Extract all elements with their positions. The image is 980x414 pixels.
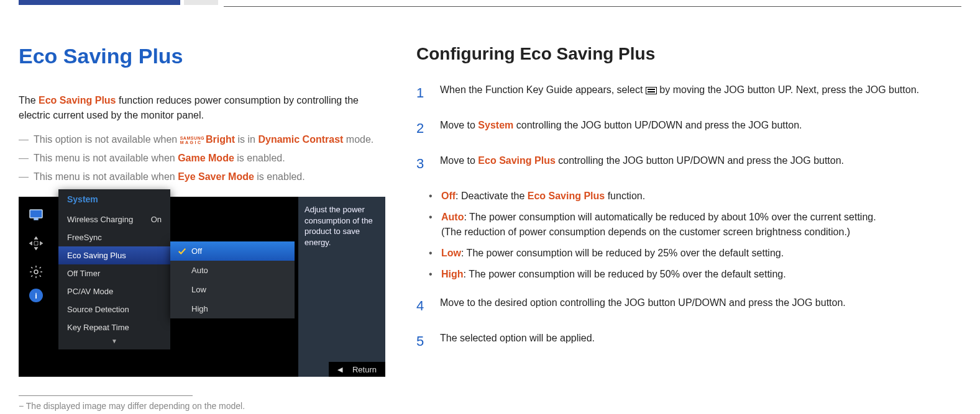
option-auto: Auto: The power consumption will automat… xyxy=(441,210,961,240)
arrow-left-icon[interactable]: ◀ xyxy=(337,366,342,374)
header-divider xyxy=(224,6,961,7)
submenu-item-low[interactable]: Low xyxy=(170,280,295,299)
menu-item-label: Off Timer xyxy=(67,269,100,278)
footnote-separator xyxy=(19,395,193,396)
option-low: Low: The power consumption will be reduc… xyxy=(441,246,961,261)
step-5: 5 The selected option will be applied. xyxy=(416,331,961,351)
note3-post: is enabled. xyxy=(254,171,305,182)
intro-paragraph: The Eco Saving Plus function reduces pow… xyxy=(19,93,385,123)
note1-bright: Bright xyxy=(206,134,235,145)
option-off: Off: Deactivate the Eco Saving Plus func… xyxy=(441,189,961,204)
osd-menu-header: System xyxy=(58,189,170,210)
step-2: 2 Move to System controlling the JOG but… xyxy=(416,118,961,138)
osd-submenu: Off Auto Low High xyxy=(170,241,295,318)
option-name: Off xyxy=(441,191,456,201)
option-emph2: Eco Saving Plus xyxy=(528,191,605,201)
monitor-icon[interactable] xyxy=(24,203,48,227)
check-icon xyxy=(178,247,186,256)
intro-emph: Eco Saving Plus xyxy=(39,95,116,106)
page-title: Eco Saving Plus xyxy=(19,44,385,68)
top-bar-segment-blue xyxy=(19,0,180,5)
step-number: 2 xyxy=(416,118,426,138)
samsung-magic-logo: SAMSUNGMAGIC xyxy=(180,136,204,145)
step-text-post: by moving the JOG button UP. Next, press… xyxy=(657,84,919,95)
menu-item-label: Source Detection xyxy=(67,305,129,314)
osd-footer: ◀ Return xyxy=(329,362,385,377)
note1-post: mode. xyxy=(343,134,373,145)
menu-item-eco-saving-plus[interactable]: Eco Saving Plus xyxy=(58,246,170,264)
note2-post: is enabled. xyxy=(234,153,285,163)
menu-item-freesync[interactable]: FreeSync xyxy=(58,228,170,246)
option-name: Auto xyxy=(441,212,464,222)
submenu-label: Low xyxy=(191,285,206,294)
svg-point-3 xyxy=(34,270,38,274)
note1-mode: Dynamic Contrast xyxy=(258,134,343,145)
osd-return-label[interactable]: Return xyxy=(352,365,377,374)
step-text-pre: Move to xyxy=(440,155,478,166)
option-desc: : The power consumption will automatical… xyxy=(464,212,876,222)
menu-item-key-repeat-time[interactable]: Key Repeat Time xyxy=(58,318,170,336)
menu-item-pc-av-mode[interactable]: PC/AV Mode xyxy=(58,282,170,300)
menu-item-label: Wireless Charging xyxy=(67,215,133,224)
menu-item-label: Eco Saving Plus xyxy=(67,251,126,260)
step-number: 4 xyxy=(416,295,426,316)
submenu-item-auto[interactable]: Auto xyxy=(170,261,295,280)
osd-menu: System Wireless Charging On FreeSync Eco… xyxy=(58,189,170,349)
menu-item-off-timer[interactable]: Off Timer xyxy=(58,264,170,282)
note-2: This menu is not available when Game Mod… xyxy=(19,151,385,166)
step-text-post: controlling the JOG button UP/DOWN and p… xyxy=(556,155,844,166)
step-text-emph: Eco Saving Plus xyxy=(478,155,555,166)
note2-pre: This menu is not available when xyxy=(34,153,178,163)
submenu-label: Off xyxy=(191,246,202,256)
page-top-bar xyxy=(19,0,961,5)
submenu-label: High xyxy=(191,304,208,313)
footnote-text: The displayed image may differ depending… xyxy=(19,401,385,411)
submenu-label: Auto xyxy=(191,266,208,275)
check-placeholder xyxy=(178,266,186,275)
option-subdesc: (The reduction of power consumption depe… xyxy=(441,225,961,240)
move-icon[interactable] xyxy=(24,232,48,255)
note3-emph: Eye Saver Mode xyxy=(178,171,254,182)
section-title: Configuring Eco Saving Plus xyxy=(416,44,961,64)
step-number: 5 xyxy=(416,331,426,351)
option-desc: : The power consumption will be reduced … xyxy=(464,269,786,279)
gear-icon[interactable] xyxy=(24,260,48,284)
check-placeholder xyxy=(178,305,186,313)
option-desc2: function. xyxy=(605,191,645,201)
step-text-emph: System xyxy=(478,120,513,130)
menu-item-source-detection[interactable]: Source Detection xyxy=(58,300,170,318)
step-text-pre: Move to xyxy=(440,120,478,130)
intro-pre: The xyxy=(19,95,39,106)
svg-rect-2 xyxy=(34,241,38,245)
step-text: Move to the desired option controlling t… xyxy=(440,295,961,316)
menu-item-wireless-charging[interactable]: Wireless Charging On xyxy=(58,210,170,228)
menu-item-label: FreeSync xyxy=(67,233,102,242)
step-number: 3 xyxy=(416,153,426,174)
step-text: The selected option will be applied. xyxy=(440,331,961,351)
menu-icon xyxy=(646,87,657,94)
step-3: 3 Move to Eco Saving Plus controlling th… xyxy=(416,153,961,174)
menu-item-value: On xyxy=(151,215,162,224)
check-placeholder xyxy=(178,286,186,294)
info-icon[interactable]: i xyxy=(29,289,43,302)
chevron-down-icon[interactable]: ▼ xyxy=(58,336,170,346)
option-name: Low xyxy=(441,248,461,258)
menu-item-label: PC/AV Mode xyxy=(67,287,113,296)
submenu-item-high[interactable]: High xyxy=(170,299,295,318)
step-4: 4 Move to the desired option controlling… xyxy=(416,295,961,316)
submenu-item-off[interactable]: Off xyxy=(170,241,295,261)
note1-pre: This option is not available when xyxy=(34,134,180,145)
svg-rect-0 xyxy=(30,210,42,218)
option-name: High xyxy=(441,269,464,279)
note2-emph: Game Mode xyxy=(178,153,234,163)
note-1: This option is not available when SAMSUN… xyxy=(19,132,385,147)
step-number: 1 xyxy=(416,83,426,103)
osd-panel: i System Wireless Charging On FreeSync E… xyxy=(19,197,385,377)
step-text-post: controlling the JOG button UP/DOWN and p… xyxy=(513,120,802,130)
option-high: High: The power consumption will be redu… xyxy=(441,267,961,282)
osd-sidebar: i xyxy=(19,197,53,377)
menu-item-label: Key Repeat Time xyxy=(67,323,129,332)
osd-help-text: Adjust the power consumption of the prod… xyxy=(298,197,385,377)
top-bar-segment-gray xyxy=(184,0,218,5)
svg-rect-1 xyxy=(34,218,38,220)
